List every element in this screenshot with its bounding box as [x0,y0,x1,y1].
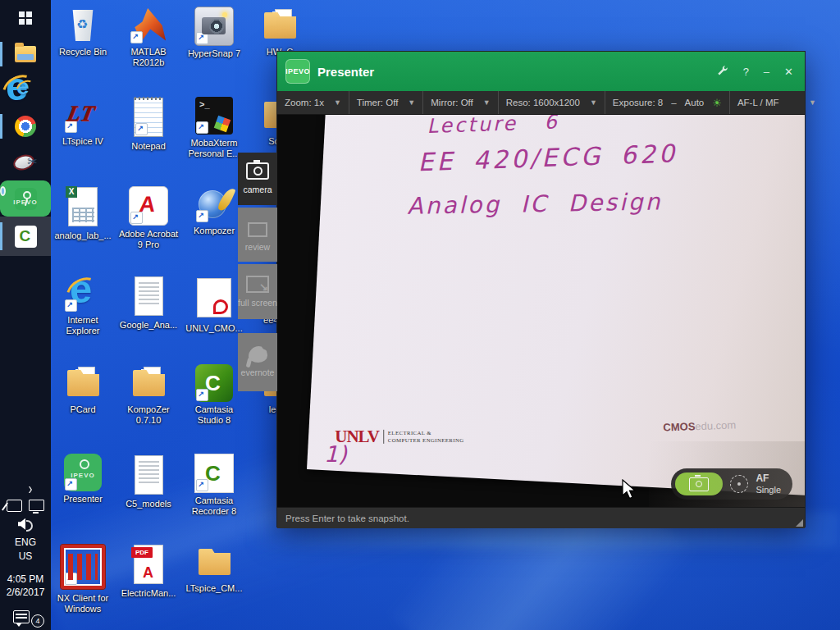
desktop-icon-art [68,187,98,226]
desktop-icon-label: UNLV_CMO... [185,323,242,334]
volume-icon[interactable] [18,518,33,530]
chevron-down-icon: ▼ [809,98,816,107]
desktop-icon-art [129,186,168,226]
desktop-icon-label: HyperSnap 7 [188,48,240,59]
handwriting-line: Lecture 6 [427,115,559,138]
exposure-minus-button[interactable]: – [671,98,676,107]
desktop-icon[interactable]: Google_Ana... [116,275,181,364]
taskbar-icon [14,79,37,102]
desktop-icon[interactable]: HyperSnap 7 [181,7,247,96]
taskbar-snipping-tool[interactable] [0,144,51,180]
chevron-down-icon: ▼ [334,98,341,107]
show-hidden-icons-chevron[interactable]: › [29,477,33,497]
desktop-icon-art [195,543,233,581]
desktop-icon-art [61,545,105,589]
desktop-icon[interactable]: Adobe Acrobat 9 Pro [116,185,181,275]
close-button[interactable]: ✕ [784,66,793,78]
mirror-label: Mirror: Off [431,98,473,107]
desktop-icon-label: analog_lab_... [54,231,111,241]
display-icon[interactable] [29,500,44,511]
chevron-down-icon: ▼ [483,98,491,107]
desktop-icon[interactable]: analog_lab_... [50,185,116,275]
desktop-icon[interactable]: MATLAB R2012b [116,7,181,96]
desktop-icon[interactable]: Internet Explorer [50,275,116,364]
sidebar-tab-label: camera [243,185,272,194]
exposure-auto-button[interactable]: Auto [685,98,705,107]
shortcut-arrow-icon [196,32,208,44]
resize-grip[interactable] [796,519,803,527]
taskbar-ipevo-presenter[interactable] [0,180,51,217]
desktop-icon-art [195,97,233,135]
desktop-icon[interactable]: KompoZer 0.7.10 [116,364,181,454]
help-button[interactable]: ? [743,66,749,78]
pen-input-icon[interactable] [7,500,22,512]
desktop-icon[interactable]: MobaXterm Personal E... [181,96,247,185]
sidebar-tab[interactable]: camera [238,153,277,205]
desktop-icon-label: PCard [70,404,95,415]
timer-label: Timer: Off [357,98,398,107]
desktop-icon[interactable]: Camtasia Recorder 8 [181,454,247,543]
take-snapshot-button[interactable] [675,472,723,495]
shortcut-arrow-icon [65,573,77,585]
taskbar-start-button[interactable] [0,0,51,36]
zoom-dropdown[interactable]: Zoom: 1x▼ [277,91,349,114]
desktop-icon[interactable]: LTspice_CM... [181,543,247,630]
autofocus-mode[interactable]: AF Single [756,472,781,495]
desktop-icon-label: LTspice_CM... [186,583,243,594]
notification-icon [13,610,30,623]
desktop-icon[interactable]: Camtasia Studio 8 [181,364,247,454]
shortcut-arrow-icon [130,212,143,224]
taskbar-camtasia[interactable] [0,217,51,256]
desktop-icon-label: NX Client for Windows [51,593,115,614]
sidebar-tab-label: review [245,242,270,252]
desktop-icon-art [64,454,102,491]
handwriting-line: Analog IC Design [407,188,663,219]
autofocus-icon[interactable] [730,475,748,493]
language-indicator[interactable]: ENG US [15,536,36,564]
desktop-icon-label: Adobe Acrobat 9 Pro [116,229,180,250]
desktop-icon[interactable]: NX Client for Windows [50,543,116,630]
ipevo-presenter-window: camera review full screen evernote IPEVO… [276,51,806,527]
af-label: AF [756,472,769,484]
desktop-icon[interactable]: Presenter [50,454,116,543]
shortcut-arrow-icon [196,389,208,401]
desktop-icon[interactable]: Notepad [116,96,181,185]
desktop-icon-art [261,7,299,44]
notification-badge: 4 [31,614,44,628]
exposure-label: Exposure: 8 [613,98,663,107]
desktop-icon[interactable]: Kompozer [181,185,247,275]
desktop-icon-art [134,545,163,584]
minimize-button[interactable]: – [764,66,769,78]
desktop-icon[interactable]: C5_models [116,454,181,543]
focus-mode-dropdown[interactable]: AF-L / MF▼ [730,91,824,114]
desktop-icon[interactable]: PCard [50,364,116,454]
mirror-dropdown[interactable]: Mirror: Off▼ [423,91,498,114]
desktop-icon[interactable]: LTspice IV [50,96,116,185]
taskbar-icon [19,11,33,25]
whiteboard-paper: Lecture 6 EE 420/ECG 620 Analog IC Desig… [307,115,805,502]
taskbar-chrome[interactable] [0,108,51,144]
desktop-icon-art [197,278,231,317]
action-center[interactable]: 4 [13,610,38,623]
settings-wrench-icon[interactable] [717,65,728,79]
desktop-icon[interactable]: UNLV_CMO... [181,275,247,364]
sidebar-tab[interactable]: full screen [238,264,277,319]
desktop-icon-label: Recycle Bin [59,47,107,57]
taskbar-internet-explorer[interactable] [0,72,51,108]
timer-dropdown[interactable]: Timer: Off▼ [349,91,423,114]
desktop-icon[interactable]: Recycle Bin [50,7,116,96]
shortcut-arrow-icon [65,478,77,491]
clock[interactable]: 4:05 PM 2/6/2017 [7,573,45,599]
camera-view: Lecture 6 EE 420/ECG 620 Analog IC Desig… [277,115,805,507]
mouse-cursor [622,479,637,504]
taskbar-icon [15,188,37,210]
sidebar-tab[interactable]: review [238,208,277,262]
sidebar-tab[interactable]: evernote [238,333,277,391]
shortcut-arrow-icon [196,479,208,491]
desktop-icon[interactable]: ElectricMan... [116,543,181,630]
desktop-icon-art [135,455,163,495]
window-titlebar: IPEVO Presenter ? – ✕ [277,52,805,91]
desktop-icon-label: C5_models [126,499,171,509]
desktop-icon-art [64,275,102,313]
resolution-dropdown[interactable]: Reso: 1600x1200▼ [499,91,605,114]
